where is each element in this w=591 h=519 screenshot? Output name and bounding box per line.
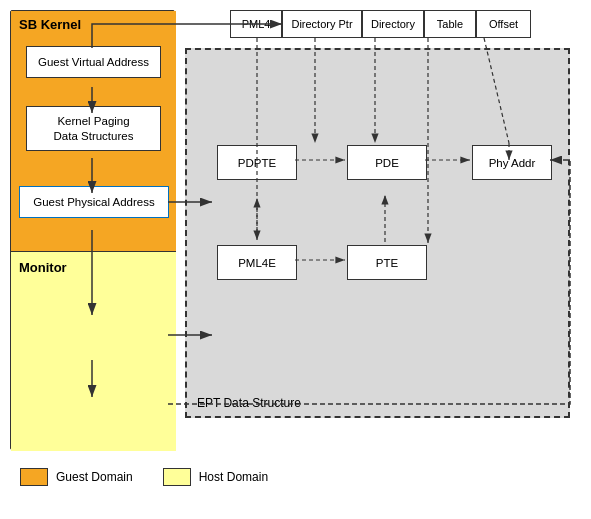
guest-domain-label: Guest Domain (56, 470, 133, 484)
ept-data-structure-label: EPT Data Structure (197, 396, 301, 410)
pde-box: PDE (347, 145, 427, 180)
guest-virtual-box: Guest Virtual Address (26, 46, 161, 78)
pdpte-box: PDPTE (217, 145, 297, 180)
directory-box: Directory (362, 10, 424, 38)
host-domain-label: Host Domain (199, 470, 268, 484)
table-box: Table (424, 10, 476, 38)
legend: Guest Domain Host Domain (20, 468, 268, 486)
sb-kernel-label: SB Kernel (19, 17, 81, 32)
guest-physical-box: Guest Physical Address (19, 186, 169, 218)
pml4e-box: PML4E (217, 245, 297, 280)
host-domain-legend: Host Domain (163, 468, 268, 486)
left-panel: SB Kernel Guest Virtual Address Kernel P… (10, 10, 175, 450)
ept-panel: PDPTE PDE Phy Addr PML4E PTE EPT Data St… (185, 48, 570, 418)
phy-addr-box: Phy Addr (472, 145, 552, 180)
pml4-box: PML4 (230, 10, 282, 38)
monitor-label: Monitor (19, 260, 67, 275)
pte-box: PTE (347, 245, 427, 280)
monitor-section: Monitor EPT Data Structures Host Physica… (11, 251, 176, 451)
directory-ptr-box: Directory Ptr (282, 10, 362, 38)
offset-box: Offset (476, 10, 531, 38)
sb-kernel-section: SB Kernel Guest Virtual Address Kernel P… (11, 11, 176, 251)
guest-domain-legend: Guest Domain (20, 468, 133, 486)
diagram-container: SB Kernel Guest Virtual Address Kernel P… (10, 10, 581, 460)
address-bar: PML4 Directory Ptr Directory Table Offse… (230, 10, 531, 38)
kernel-paging-box: Kernel Paging Data Structures (26, 106, 161, 151)
host-domain-color (163, 468, 191, 486)
guest-domain-color (20, 468, 48, 486)
